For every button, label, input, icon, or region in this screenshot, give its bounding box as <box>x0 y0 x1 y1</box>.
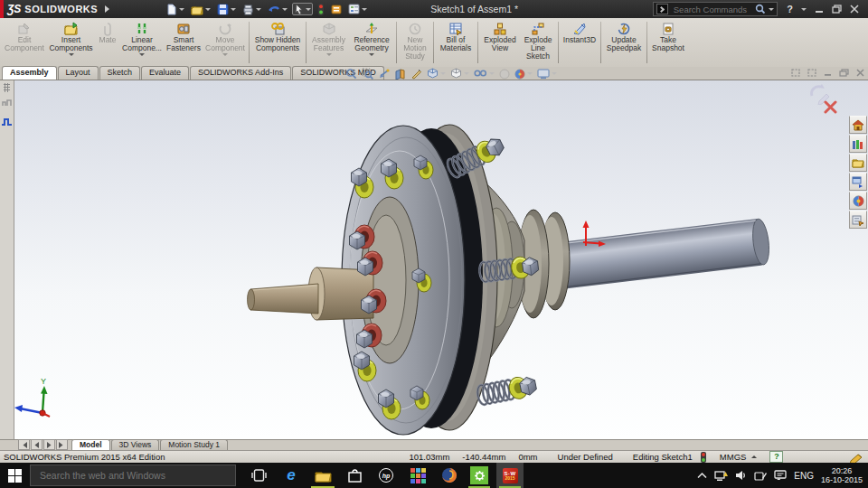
units-selector[interactable]: MMGS <box>720 452 747 462</box>
tab-motion-study-1[interactable]: Motion Study 1 <box>160 439 228 450</box>
ribbon-show-hidden-button[interactable]: Show Hidden Components <box>251 18 304 67</box>
doc-new-window-icon[interactable] <box>807 69 816 77</box>
ribbon-instant3d-button[interactable]: Instant3D <box>561 18 599 67</box>
help-dropdown-caret[interactable] <box>801 8 807 11</box>
ribbon-move-component-button[interactable]: Move Component <box>203 18 247 67</box>
start-button[interactable] <box>0 463 29 488</box>
language-indicator[interactable]: ENG <box>794 471 814 481</box>
command-search-input[interactable] <box>672 4 751 15</box>
linear-pattern-caret[interactable] <box>139 53 145 56</box>
network-status-icon[interactable] <box>714 470 728 482</box>
solidworks-taskbar-button[interactable]: S·W 2015 <box>496 463 524 488</box>
hp-app-button[interactable]: hp <box>372 463 401 488</box>
zoom-to-fit-button[interactable] <box>345 68 357 80</box>
view-settings-caret[interactable] <box>552 72 557 75</box>
assembly-tree-icon[interactable] <box>1 98 13 108</box>
restore-button[interactable] <box>832 5 842 14</box>
file-properties-button[interactable] <box>329 3 344 15</box>
edit-appearance-button[interactable] <box>499 69 510 80</box>
file-explorer-taskbar-button[interactable] <box>308 463 337 488</box>
task-view-button[interactable] <box>244 463 273 488</box>
rebuild-button[interactable] <box>316 3 326 16</box>
undo-dropdown-caret[interactable] <box>282 8 288 11</box>
ribbon-mate-button[interactable]: Mate <box>95 18 120 67</box>
zoom-to-area-button[interactable] <box>362 68 373 80</box>
design-library-button[interactable] <box>849 135 867 153</box>
tab-solidworks-add-ins[interactable]: SOLIDWORKS Add-Ins <box>190 66 291 80</box>
volume-icon[interactable] <box>735 470 747 481</box>
file-explorer-button[interactable] <box>849 154 867 172</box>
minimize-button[interactable] <box>815 5 824 14</box>
move-component-caret[interactable] <box>222 53 228 56</box>
solidworks-resources-button[interactable] <box>849 116 867 134</box>
new-document-button[interactable] <box>164 3 186 16</box>
tab-sketch[interactable]: Sketch <box>99 66 141 80</box>
firefox-button[interactable] <box>435 463 464 488</box>
hide-show-items-button[interactable] <box>474 68 495 80</box>
ribbon-edit-component-button[interactable]: Edit Component <box>2 18 47 67</box>
annotation-views-button[interactable] <box>410 68 422 80</box>
display-style-caret[interactable] <box>464 72 469 75</box>
ribbon-take-snapshot-button[interactable]: Take Snapshot <box>649 18 687 67</box>
first-tab-button[interactable] <box>18 439 30 450</box>
print-dropdown-caret[interactable] <box>256 8 261 11</box>
settings-app-button[interactable] <box>466 463 493 488</box>
tab-3d-views[interactable]: 3D Views <box>111 439 160 450</box>
open-document-button[interactable] <box>189 3 212 16</box>
print-button[interactable] <box>241 3 263 16</box>
ribbon-explode-line-sketch-button[interactable]: Explode Line Sketch <box>520 18 556 67</box>
apply-scene-button[interactable] <box>514 69 533 80</box>
save-dropdown-caret[interactable] <box>231 8 236 11</box>
options-button[interactable] <box>346 3 369 15</box>
ribbon-linear-pattern-button[interactable]: Linear Compone... <box>120 18 164 67</box>
appearances-scenes-button[interactable] <box>849 192 867 210</box>
command-search-box[interactable] <box>653 2 778 16</box>
view-palette-button[interactable] <box>849 173 867 191</box>
select-dropdown-caret[interactable] <box>306 8 311 11</box>
windows-store-button[interactable] <box>340 463 369 488</box>
open-dropdown-caret[interactable] <box>205 8 211 11</box>
doc-close-icon[interactable] <box>856 69 864 77</box>
tag-pencil-icon[interactable] <box>850 452 863 463</box>
panel-grip-handle[interactable] <box>4 83 10 92</box>
doc-restore-up-icon[interactable] <box>791 69 800 77</box>
taskbar-search-box[interactable] <box>30 465 236 486</box>
quick-tips-help-button[interactable]: ? <box>769 451 783 463</box>
ribbon-exploded-view-button[interactable]: Exploded View <box>480 18 520 67</box>
next-tab-button[interactable] <box>43 439 55 450</box>
doc-minimize-icon[interactable] <box>824 69 832 77</box>
reference-geometry-caret[interactable] <box>369 53 374 56</box>
custom-properties-button[interactable] <box>849 211 867 229</box>
options-dropdown-caret[interactable] <box>362 8 367 11</box>
section-view-button[interactable] <box>394 68 406 80</box>
cancel-sketch-icon[interactable] <box>824 100 837 114</box>
prev-tab-button[interactable] <box>31 439 42 450</box>
assembly-features-caret[interactable] <box>326 53 332 56</box>
ribbon-assembly-features-button[interactable]: Assembly Features <box>308 18 349 67</box>
driven-shaft[interactable] <box>556 218 771 289</box>
tab-evaluate[interactable]: Evaluate <box>141 66 189 80</box>
tab-model[interactable]: Model <box>71 439 110 450</box>
close-button[interactable] <box>850 5 859 14</box>
view-orientation-button[interactable] <box>427 68 446 80</box>
taskbar-search-input[interactable] <box>38 469 222 482</box>
search-icon[interactable] <box>755 4 765 14</box>
tray-chevron-icon[interactable] <box>697 472 707 479</box>
last-tab-button[interactable] <box>56 439 68 450</box>
app-grid-button[interactable] <box>403 463 432 488</box>
save-button[interactable] <box>215 3 238 16</box>
view-orientation-caret[interactable] <box>440 72 446 75</box>
edge-browser-button[interactable]: e <box>277 463 306 488</box>
search-scope-caret[interactable] <box>769 8 774 11</box>
menu-expander-icon[interactable] <box>105 5 109 13</box>
ribbon-bill-of-materials-button[interactable]: Bill of Materials <box>436 18 476 67</box>
tab-assembly[interactable]: Assembly <box>2 66 57 80</box>
action-center-icon[interactable] <box>774 470 787 481</box>
insert-components-caret[interactable] <box>69 53 74 56</box>
units-caret[interactable] <box>751 455 757 458</box>
tab-layout[interactable]: Layout <box>58 66 99 80</box>
graphics-viewport[interactable]: Y <box>0 80 868 439</box>
driving-shaft[interactable] <box>248 284 319 314</box>
undo-button[interactable] <box>266 3 289 16</box>
ribbon-new-motion-study-button[interactable]: New Motion Study <box>399 18 431 67</box>
